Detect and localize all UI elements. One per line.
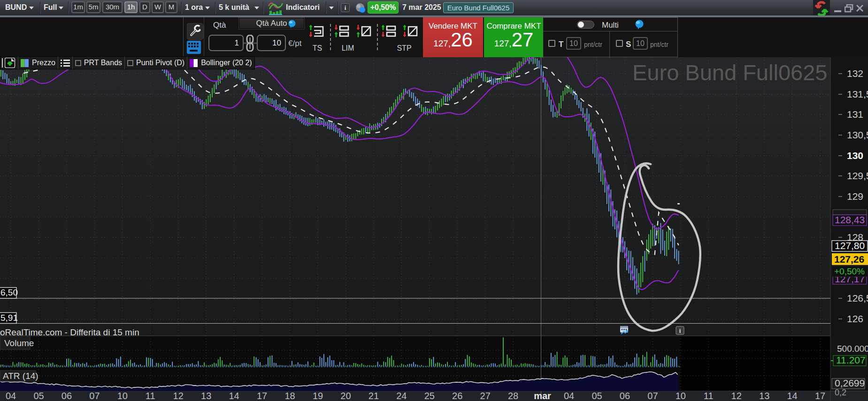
svg-text:07: 07 bbox=[647, 391, 658, 401]
svg-text:05: 05 bbox=[33, 391, 44, 401]
svg-text:6,50: 6,50 bbox=[0, 288, 18, 297]
svg-text:21: 21 bbox=[369, 391, 379, 401]
svg-text:13: 13 bbox=[759, 391, 769, 401]
svg-text:129,5: 129,5 bbox=[847, 170, 868, 181]
svg-text:10: 10 bbox=[117, 391, 128, 401]
svg-text:0,2: 0,2 bbox=[835, 388, 846, 397]
svg-text:04: 04 bbox=[6, 391, 16, 401]
svg-text:07: 07 bbox=[89, 391, 100, 401]
svg-text:Volume: Volume bbox=[4, 338, 34, 348]
svg-text:mar: mar bbox=[534, 391, 551, 401]
svg-text:Euro Bund Full0625: Euro Bund Full0625 bbox=[632, 60, 827, 85]
svg-text:129: 129 bbox=[847, 191, 863, 202]
svg-text:11: 11 bbox=[146, 391, 155, 401]
svg-text:06: 06 bbox=[620, 391, 630, 401]
svg-text:132: 132 bbox=[847, 68, 863, 79]
svg-text:27: 27 bbox=[480, 391, 491, 401]
svg-text:06: 06 bbox=[61, 391, 72, 401]
svg-text:28: 28 bbox=[508, 391, 518, 401]
svg-text:24: 24 bbox=[396, 391, 407, 401]
svg-text:12: 12 bbox=[731, 391, 742, 401]
svg-text:0,2699: 0,2699 bbox=[835, 378, 865, 388]
svg-text:10: 10 bbox=[676, 391, 686, 401]
svg-text:131,5: 131,5 bbox=[847, 89, 868, 99]
svg-text:04: 04 bbox=[564, 391, 574, 401]
svg-text:130,5: 130,5 bbox=[847, 129, 868, 140]
svg-text:26: 26 bbox=[452, 391, 462, 401]
svg-text:130: 130 bbox=[847, 150, 863, 161]
svg-text:127,80: 127,80 bbox=[835, 240, 865, 251]
svg-text:18: 18 bbox=[284, 391, 295, 401]
svg-text:i: i bbox=[679, 327, 681, 334]
svg-text:25: 25 bbox=[424, 391, 435, 401]
svg-text:20: 20 bbox=[340, 391, 351, 401]
svg-text:126,5: 126,5 bbox=[847, 293, 868, 303]
svg-text:128,43: 128,43 bbox=[835, 214, 865, 225]
svg-text:131: 131 bbox=[847, 109, 863, 120]
svg-text:19: 19 bbox=[313, 391, 323, 401]
svg-text:11: 11 bbox=[704, 391, 714, 401]
svg-text:+0,50%: +0,50% bbox=[834, 266, 865, 276]
svg-text:ATR (14): ATR (14) bbox=[3, 371, 38, 381]
svg-text:13: 13 bbox=[201, 391, 211, 401]
svg-text:05: 05 bbox=[591, 391, 602, 401]
svg-text:17: 17 bbox=[257, 391, 267, 401]
svg-text:126: 126 bbox=[847, 313, 863, 324]
svg-text:5,91: 5,91 bbox=[0, 313, 18, 323]
svg-text:14: 14 bbox=[229, 391, 239, 401]
svg-text:14: 14 bbox=[787, 391, 797, 401]
svg-text:127,26: 127,26 bbox=[834, 254, 864, 265]
svg-text:17: 17 bbox=[815, 391, 825, 401]
svg-text:500.000: 500.000 bbox=[837, 344, 868, 354]
svg-text:11.207: 11.207 bbox=[836, 355, 866, 365]
svg-text:12: 12 bbox=[173, 391, 184, 401]
